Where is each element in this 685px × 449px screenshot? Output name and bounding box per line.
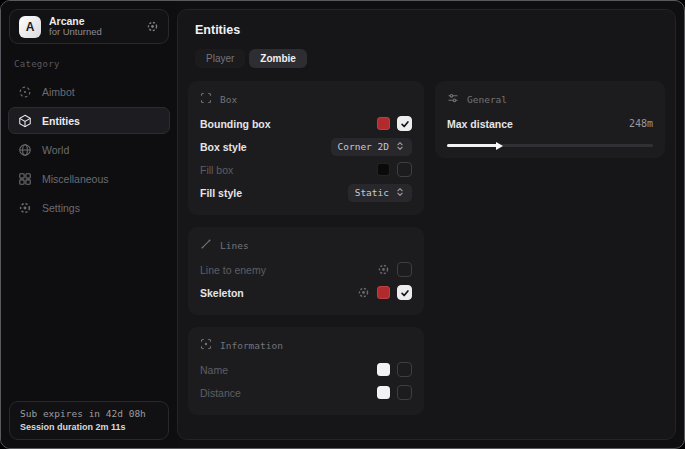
card-title: Box: [220, 94, 237, 105]
setting-label: Box style: [200, 141, 247, 153]
page-title: Entities: [195, 23, 665, 37]
setting-row-bounding-box: Bounding box: [200, 112, 412, 135]
max-distance-slider[interactable]: [447, 144, 653, 147]
left-column: Box Bounding box Box style: [188, 81, 424, 415]
sidebar-item-miscellaneous[interactable]: Miscellaneous: [8, 165, 170, 192]
color-swatch[interactable]: [377, 117, 390, 130]
main-panel: Entities Player Zombie Box: [177, 9, 676, 440]
corner-brackets-icon: [200, 92, 212, 106]
card-title: Lines: [220, 240, 249, 251]
setting-label: Line to enemy: [200, 264, 266, 276]
setting-row-fill-box: Fill box: [200, 158, 412, 181]
setting-row-box-style: Box style Corner 2D: [200, 135, 412, 158]
box-style-dropdown[interactable]: Corner 2D: [331, 138, 412, 156]
setting-row-skeleton: Skeleton: [200, 281, 412, 304]
sidebar-nav: Aimbot Entities: [1, 78, 177, 221]
cube-icon: [18, 114, 32, 128]
box-card: Box Bounding box Box style: [188, 81, 424, 215]
fill-box-checkbox[interactable]: [397, 162, 412, 177]
gear-icon: [18, 201, 32, 215]
app-window: A Arcane for Unturned Category: [0, 0, 685, 449]
gear-icon[interactable]: [357, 286, 370, 299]
gear-icon[interactable]: [377, 263, 390, 276]
app-logo: A: [19, 16, 41, 38]
content-area: Box Bounding box Box style: [188, 81, 665, 415]
entity-tabs: Player Zombie: [195, 49, 665, 68]
setting-label: Fill box: [200, 164, 233, 176]
color-swatch[interactable]: [377, 286, 390, 299]
globe-icon: [18, 143, 32, 157]
information-card: Information Name Distance: [188, 327, 424, 415]
grid-icon: [18, 172, 32, 186]
setting-row-distance: Distance: [200, 381, 412, 404]
right-column: General Max distance 248m: [435, 81, 665, 158]
sidebar-item-label: Entities: [42, 115, 80, 127]
general-card: General Max distance 248m: [435, 81, 665, 158]
sidebar-item-label: Aimbot: [42, 86, 75, 98]
gear-icon[interactable]: [146, 20, 159, 33]
dropdown-value: Corner 2D: [338, 141, 389, 152]
tab-zombie[interactable]: Zombie: [249, 49, 307, 68]
sidebar-item-world[interactable]: World: [8, 136, 170, 163]
setting-label: Skeleton: [200, 287, 244, 299]
lines-card: Lines Line to enemy: [188, 227, 424, 315]
sidebar-item-label: Miscellaneous: [42, 173, 109, 185]
session-duration-text: Session duration 2m 11s: [20, 422, 158, 432]
card-title: Information: [220, 340, 283, 351]
tab-player[interactable]: Player: [195, 49, 245, 68]
setting-row-line-to-enemy: Line to enemy: [200, 258, 412, 281]
logo-card: A Arcane for Unturned: [9, 9, 169, 44]
slider-thumb[interactable]: [496, 142, 503, 150]
name-checkbox[interactable]: [397, 362, 412, 377]
setting-row-max-distance: Max distance 248m: [447, 112, 653, 135]
focus-dot-icon: [200, 338, 212, 352]
setting-label: Max distance: [447, 118, 513, 130]
chevron-updown-icon: [395, 187, 405, 199]
app-subtitle: for Unturned: [49, 27, 102, 38]
sidebar-item-aimbot[interactable]: Aimbot: [8, 78, 170, 105]
color-swatch[interactable]: [377, 386, 390, 399]
slider-value: 248m: [629, 118, 653, 129]
setting-label: Bounding box: [200, 118, 271, 130]
sidebar-item-settings[interactable]: Settings: [8, 194, 170, 221]
sub-expires-text: Sub expires in 42d 08h: [20, 408, 158, 419]
setting-label: Fill style: [200, 187, 242, 199]
slider-fill: [447, 144, 498, 147]
sidebar-item-entities[interactable]: Entities: [8, 107, 170, 134]
crosshair-icon: [18, 85, 32, 99]
sliders-icon: [447, 92, 459, 106]
card-title: General: [467, 94, 507, 105]
color-swatch[interactable]: [377, 163, 390, 176]
setting-label: Distance: [200, 387, 241, 399]
line-to-enemy-checkbox[interactable]: [397, 262, 412, 277]
distance-checkbox[interactable]: [397, 385, 412, 400]
sidebar-item-label: Settings: [42, 202, 80, 214]
diagonal-line-icon: [200, 238, 212, 252]
skeleton-checkbox[interactable]: [397, 285, 412, 300]
setting-label: Name: [200, 364, 228, 376]
fill-style-dropdown[interactable]: Static: [348, 184, 412, 202]
bounding-box-checkbox[interactable]: [397, 116, 412, 131]
subscription-status: Sub expires in 42d 08h Session duration …: [9, 401, 169, 440]
category-label: Category: [14, 59, 177, 69]
dropdown-value: Static: [355, 187, 389, 198]
sidebar: A Arcane for Unturned Category: [1, 1, 177, 448]
sidebar-item-label: World: [42, 144, 69, 156]
setting-row-name: Name: [200, 358, 412, 381]
color-swatch[interactable]: [377, 363, 390, 376]
chevron-updown-icon: [395, 141, 405, 153]
setting-row-fill-style: Fill style Static: [200, 181, 412, 204]
